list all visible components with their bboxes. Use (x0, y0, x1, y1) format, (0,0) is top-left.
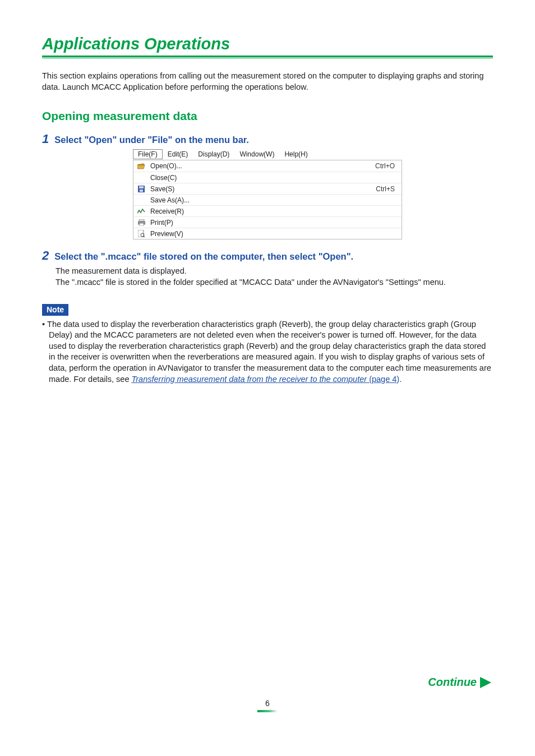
menubar-file[interactable]: File(F) (133, 149, 163, 159)
save-disk-icon (137, 185, 146, 193)
page-number: 6 (0, 699, 535, 712)
section-heading: Opening measurement data (42, 109, 493, 123)
note-bullet: • (42, 320, 47, 329)
note-badge: Note (42, 304, 68, 316)
menubar-window[interactable]: Window(W) (234, 149, 279, 159)
file-menu-close-label: Close(C) (150, 174, 395, 182)
file-menu-preview-label: Preview(V) (150, 230, 395, 238)
svg-rect-1 (139, 186, 144, 188)
file-menu-preview[interactable]: Preview(V) (133, 228, 402, 239)
file-menu-close[interactable]: Close(C) (133, 172, 402, 183)
continue-label: Continue (428, 676, 477, 689)
blank-icon (137, 174, 146, 182)
file-menu-print[interactable]: Print(P) (133, 216, 402, 228)
title-rule-thick (42, 56, 493, 57)
svg-rect-2 (140, 190, 143, 192)
file-menu-open-label: Open(O)... (150, 162, 375, 170)
file-dropdown: Open(O)... Ctrl+O Close(C) Save(S) Ctrl+… (133, 160, 402, 239)
step-2-body: The measurement data is displayed. The "… (56, 265, 493, 288)
file-menu-save-as[interactable]: Save As(A)... (133, 194, 402, 205)
step-2-sub2: The ".mcacc" file is stored in the folde… (56, 276, 493, 288)
continue-arrow-icon (480, 677, 491, 688)
note-block: Note •The data used to display the rever… (42, 304, 493, 385)
step-1: 1 Select "Open" under "File" on the menu… (42, 133, 493, 145)
file-menu-open-shortcut: Ctrl+O (375, 162, 397, 170)
continue-button[interactable]: Continue (428, 676, 491, 689)
file-menu-receive[interactable]: Receive(R) (133, 205, 402, 216)
print-icon (137, 219, 146, 227)
blank-icon (137, 196, 146, 204)
note-body: •The data used to display the reverberat… (42, 319, 493, 385)
title-rule-thin (42, 58, 493, 58)
file-menu-screenshot: File(F) Edit(E) Display(D) Window(W) Hel… (133, 149, 402, 239)
svg-rect-3 (139, 219, 144, 222)
transfer-data-link-page[interactable]: (page 4) (367, 375, 399, 384)
step-2-text: Select the ".mcacc" file stored on the c… (54, 251, 353, 262)
file-menu-save-shortcut: Ctrl+S (376, 185, 397, 193)
step-2: 2 Select the ".mcacc" file stored on the… (42, 250, 493, 262)
page-title: Applications Operations (42, 35, 493, 53)
menubar: File(F) Edit(E) Display(D) Window(W) Hel… (133, 149, 402, 160)
step-2-number: 2 (42, 250, 49, 262)
page-number-value: 6 (265, 699, 270, 708)
intro-paragraph: This section explains operations from ca… (42, 71, 493, 93)
file-menu-open[interactable]: Open(O)... Ctrl+O (133, 160, 402, 172)
menubar-edit[interactable]: Edit(E) (163, 149, 193, 159)
note-body-post: . (399, 375, 402, 384)
file-menu-receive-label: Receive(R) (150, 208, 395, 215)
svg-rect-5 (140, 223, 144, 226)
receive-wave-icon (137, 208, 146, 215)
menubar-help[interactable]: Help(H) (279, 149, 312, 159)
open-folder-icon (137, 162, 146, 170)
menubar-display[interactable]: Display(D) (193, 149, 234, 159)
step-2-sub1: The measurement data is displayed. (56, 265, 493, 276)
preview-icon (137, 230, 146, 238)
page-number-underline (257, 710, 278, 712)
step-1-number: 1 (42, 133, 49, 145)
file-menu-save-label: Save(S) (150, 185, 376, 193)
file-menu-save-as-label: Save As(A)... (150, 196, 395, 204)
transfer-data-link[interactable]: Transferring measurement data from the r… (132, 375, 367, 384)
file-menu-save[interactable]: Save(S) Ctrl+S (133, 183, 402, 194)
step-1-text: Select "Open" under "File" on the menu b… (54, 135, 249, 145)
note-body-pre: The data used to display the reverberati… (47, 320, 491, 384)
file-menu-print-label: Print(P) (150, 219, 395, 227)
